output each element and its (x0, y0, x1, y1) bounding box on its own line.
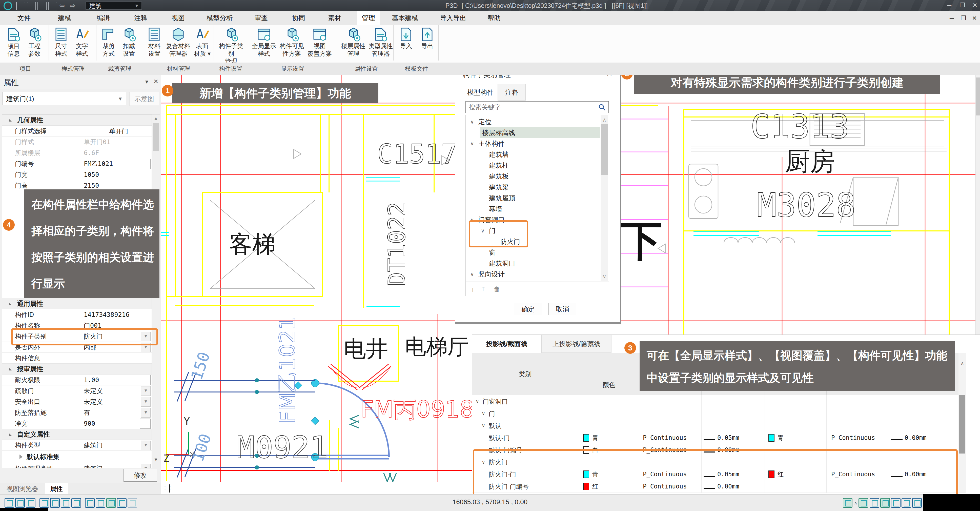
ribbon-button-全局显示样式[interactable]: 全局显示样式 (251, 27, 277, 57)
property-row-安全出口[interactable]: 安全出口未定义▼ (2, 396, 152, 407)
tree-item-竖向设计[interactable]: ∨竖向设计 (466, 269, 600, 280)
menu-tab-模型分析[interactable]: 模型分析 (202, 11, 237, 25)
new-file-icon[interactable] (16, 2, 25, 10)
dropdown-icon[interactable]: ▼ (141, 441, 151, 450)
drag-handle-icon[interactable]: ⋮⋮ (163, 485, 173, 491)
element-type-selector[interactable]: 建筑门(1)▼ (3, 92, 126, 105)
save-as-file-icon[interactable] (48, 2, 57, 10)
chevron-down-icon[interactable]: ∨ (470, 269, 474, 280)
close-button[interactable]: ✕ (972, 2, 977, 9)
panel-tab-属性[interactable]: 属性 (45, 483, 68, 494)
section-collapse-icon[interactable] (9, 368, 12, 371)
tree-scrollbar[interactable]: ∧ ∨ (601, 115, 608, 281)
ribbon-button-楼层属性管理[interactable]: 楼层属性管理 (340, 27, 366, 57)
doc-restore-button[interactable]: ❐ (961, 15, 966, 22)
save-file-icon[interactable] (37, 2, 46, 10)
restore-button[interactable]: ❐ (960, 2, 965, 9)
property-row-净宽[interactable]: 净宽900 (2, 418, 152, 429)
scroll-up-icon[interactable]: ∧ (601, 117, 608, 123)
search-icon[interactable] (598, 103, 606, 111)
property-row-疏散门[interactable]: 疏散门未定义▼ (2, 385, 152, 396)
table-row-默认[interactable]: ∨默认 (472, 420, 966, 432)
section-collapse-icon[interactable] (9, 302, 12, 305)
tree-item-定位[interactable]: ∨定位 (466, 116, 600, 127)
value-edit-box[interactable] (140, 419, 151, 429)
scrollbar-thumb[interactable] (153, 123, 159, 151)
ribbon-button-视图覆盖方案[interactable]: 视图覆盖方案 (306, 27, 333, 57)
menu-tab-编辑[interactable]: 编辑 (92, 11, 115, 25)
color-swatch[interactable] (583, 434, 589, 442)
ribbon-button-构件子类别管理[interactable]: 构件子类别管理 (216, 27, 246, 65)
add-icon[interactable]: ＋ (469, 285, 476, 295)
property-row-构件ID[interactable]: 构件ID141734389216 (2, 309, 152, 320)
selection-filter-icon[interactable] (843, 498, 853, 508)
table-tab-投影线/截面线[interactable]: 投影线/截面线 (472, 335, 541, 353)
menu-tab-文件[interactable]: 文件 (13, 11, 35, 25)
expand-caret-icon[interactable]: ∧ (854, 500, 857, 506)
ribbon-button-导出[interactable]: 导出 (418, 27, 437, 50)
menu-tab-基本建模[interactable]: 基本建模 (387, 11, 423, 25)
property-value-button[interactable]: 单开门 (85, 126, 152, 136)
table-row-门窗洞口[interactable]: ∨门窗洞口 (472, 395, 966, 408)
property-row-构件类型[interactable]: 构件类型建筑门▼ (2, 440, 152, 451)
property-row-构件信息[interactable]: 构件信息 (2, 353, 152, 364)
menu-tab-导入导出[interactable]: 导入导出 (435, 11, 471, 25)
ok-button[interactable]: 确定 (514, 303, 542, 315)
section-collapse-icon[interactable] (9, 119, 12, 121)
ribbon-button-尺寸样式[interactable]: 尺寸样式 (51, 27, 72, 57)
tree-item-建筑墙[interactable]: 建筑墙 (466, 149, 600, 160)
chevron-down-icon[interactable]: ∨ (470, 138, 474, 149)
open-file-icon[interactable] (27, 2, 36, 10)
value-edit-box[interactable] (140, 375, 151, 385)
value-edit-box[interactable] (140, 159, 151, 169)
chevron-down-icon[interactable]: ∨ (482, 420, 485, 432)
ribbon-button-项目信息[interactable]: 项目信息 (3, 27, 24, 57)
rename-icon[interactable]: ⌶ (481, 286, 485, 293)
back-arrow-icon[interactable]: ⇦ (59, 2, 67, 10)
menu-tab-审查[interactable]: 审查 (250, 11, 272, 25)
table-scrollbar[interactable]: ∧ (958, 353, 966, 492)
table-row-默认-门[interactable]: 默认-门青P_Continuous0.05mm青P_Continuous0.00… (472, 432, 966, 444)
chevron-down-icon[interactable]: ∨ (470, 116, 474, 127)
panel-tab-视图浏览器[interactable]: 视图浏览器 (2, 483, 43, 494)
cancel-button[interactable]: 取消 (549, 303, 576, 315)
section-collapse-icon[interactable] (9, 433, 12, 436)
search-input[interactable] (466, 102, 596, 113)
property-row-门样式选择[interactable]: 门样式选择单开门 (2, 126, 152, 137)
menu-tab-帮助[interactable]: 帮助 (483, 11, 505, 25)
ribbon-button-文字样式[interactable]: A文字样式 (72, 27, 92, 57)
color-swatch[interactable] (768, 434, 775, 442)
property-row-构件管理类型[interactable]: 构件管理类型建筑门▼ (2, 463, 152, 468)
dropdown-icon[interactable]: ▼ (141, 397, 151, 407)
subsection-expand-icon[interactable] (19, 455, 22, 459)
ribbon-button-扣减设置[interactable]: 扣减设置 (119, 27, 139, 57)
dropdown-icon[interactable]: ▼ (141, 464, 151, 468)
menu-tab-建模[interactable]: 建模 (53, 11, 76, 25)
ribbon-button-类型属性管理器[interactable]: 类型属性管理器 (368, 27, 394, 57)
canvas-scrollbar[interactable] (975, 75, 980, 334)
panel-dropdown-icon[interactable]: ▼ (144, 79, 150, 85)
search-box[interactable] (465, 101, 609, 113)
doc-minimize-button[interactable]: ─ (950, 15, 954, 22)
tree-item-建筑楼梯[interactable]: 建筑楼梯 (466, 280, 600, 282)
property-row-门编号[interactable]: 门编号FM乙1021 (2, 158, 152, 169)
property-row-所属楼层[interactable]: 所属楼层6.6F (2, 147, 152, 158)
forward-arrow-icon[interactable]: ⇨ (70, 2, 78, 10)
command-input-bar[interactable]: ⋮⋮ (161, 482, 472, 495)
settings-gear-icon[interactable] (912, 498, 922, 508)
menu-tab-素材[interactable]: 素材 (323, 11, 346, 25)
polar-tracking-icon[interactable] (859, 498, 868, 508)
ribbon-button-构件可见性方案[interactable]: 构件可见性方案 (278, 27, 305, 57)
tree-item-楼层标高线[interactable]: 楼层标高线 (480, 127, 600, 138)
tree-item-窗[interactable]: 窗 (466, 247, 600, 258)
dropdown-icon[interactable]: ▼ (141, 386, 151, 396)
scrollbar-thumb[interactable] (976, 78, 980, 115)
minimize-button[interactable]: ─ (947, 2, 951, 9)
tree-item-建筑屋顶[interactable]: 建筑屋顶 (466, 193, 600, 204)
property-row-门样式[interactable]: 门样式单开门01 (2, 137, 152, 147)
menu-tab-协同[interactable]: 协同 (288, 11, 310, 25)
dialog-tab-模型构件[interactable]: 模型构件 (463, 84, 498, 100)
dialog-tab-注释[interactable]: 注释 (498, 84, 526, 100)
ribbon-button-表面材质 ▾[interactable]: A表面材质 ▾ (192, 27, 213, 57)
property-row-防坠落措施[interactable]: 防坠落措施有▼ (2, 407, 152, 418)
